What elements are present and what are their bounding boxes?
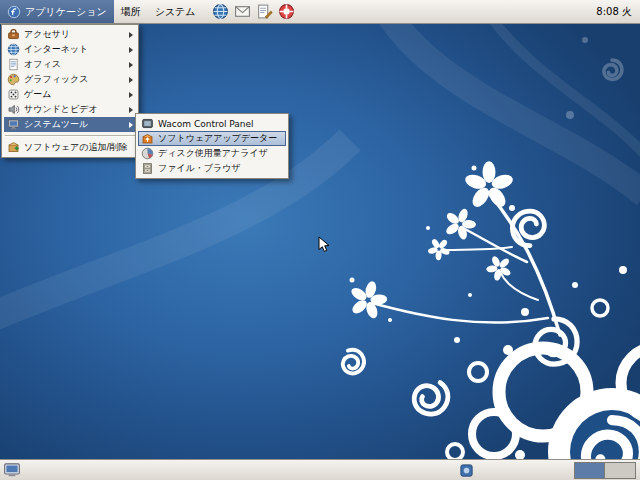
internet-icon — [7, 43, 20, 56]
sound-video-icon — [7, 103, 20, 116]
bottom-panel — [0, 459, 640, 480]
submenu-arrow-icon — [129, 92, 133, 98]
games-icon — [7, 88, 20, 101]
clock-applet[interactable]: 8:08 火 — [588, 0, 640, 23]
panel-launchers — [212, 0, 295, 23]
menu-item-label: アクセサリ — [24, 28, 70, 41]
clock-text: 8:08 火 — [596, 5, 632, 19]
menu-item-internet[interactable]: インターネット — [4, 42, 136, 57]
menu-item-label: インターネット — [24, 43, 88, 56]
panel-applet-icon[interactable] — [459, 463, 474, 478]
menu-item-label: サウンドとビデオ — [24, 103, 98, 116]
submenu-arrow-icon — [129, 47, 133, 53]
system-menu-label: システム — [155, 5, 196, 19]
show-desktop-icon[interactable] — [3, 461, 21, 479]
menu-item-label: ファイル・ブラウザ — [158, 162, 241, 175]
system-tools-submenu: Wacom Control Panel ソフトウェアアップデーター ディスク使用… — [135, 113, 289, 179]
menu-item-disk-usage-analyzer[interactable]: ディスク使用量アナライザ — [138, 146, 286, 161]
submenu-arrow-icon — [129, 122, 133, 128]
workspace-switcher[interactable] — [574, 462, 636, 479]
submenu-arrow-icon — [129, 107, 133, 113]
distro-logo-icon — [7, 5, 21, 19]
submenu-arrow-icon — [129, 62, 133, 68]
menu-item-office[interactable]: オフィス — [4, 57, 136, 72]
accessories-icon — [7, 28, 20, 41]
menu-item-graphics[interactable]: グラフィックス — [4, 72, 136, 87]
places-menu-button[interactable]: 場所 — [114, 0, 148, 23]
submenu-arrow-icon — [129, 32, 133, 38]
software-updater-icon — [141, 132, 154, 145]
applications-menu-button[interactable]: アプリケーション — [0, 0, 114, 23]
menu-item-file-browser[interactable]: ファイル・ブラウザ — [138, 161, 286, 176]
wacom-tablet-icon — [141, 117, 154, 130]
menu-item-system-tools[interactable]: システムツール — [4, 117, 136, 132]
applications-menu-label: アプリケーション — [25, 5, 107, 19]
help-icon[interactable] — [278, 3, 295, 20]
word-processor-icon[interactable] — [256, 3, 273, 20]
web-browser-icon[interactable] — [212, 3, 229, 20]
menu-item-label: ソフトウェアの追加/削除 — [24, 141, 128, 154]
email-icon[interactable] — [234, 3, 251, 20]
submenu-arrow-icon — [129, 77, 133, 83]
menu-item-games[interactable]: ゲーム — [4, 87, 136, 102]
system-tools-icon — [7, 118, 20, 131]
menu-item-label: ゲーム — [24, 88, 51, 101]
menu-item-label: Wacom Control Panel — [158, 119, 254, 129]
workspace-2[interactable] — [605, 463, 635, 478]
places-menu-label: 場所 — [121, 5, 141, 19]
top-panel: アプリケーション 場所 システム 8:08 火 — [0, 0, 640, 24]
menu-item-label: ディスク使用量アナライザ — [158, 147, 268, 160]
menu-item-accessories[interactable]: アクセサリ — [4, 27, 136, 42]
menu-item-label: システムツール — [24, 118, 88, 131]
menu-item-add-remove-software[interactable]: ソフトウェアの追加/削除 — [4, 140, 136, 155]
workspace-1[interactable] — [575, 463, 605, 478]
disk-usage-analyzer-icon — [141, 147, 154, 160]
menu-item-sound-video[interactable]: サウンドとビデオ — [4, 102, 136, 117]
menu-item-wacom-control-panel[interactable]: Wacom Control Panel — [138, 116, 286, 131]
menu-item-label: グラフィックス — [24, 73, 88, 86]
graphics-icon — [7, 73, 20, 86]
system-menu-button[interactable]: システム — [148, 0, 203, 23]
menu-item-label: ソフトウェアアップデーター — [158, 132, 277, 145]
file-browser-icon — [141, 162, 154, 175]
menu-item-label: オフィス — [24, 58, 61, 71]
applications-menu: アクセサリ インターネット オフィス グラフィックス ゲーム サウンドとビデオ … — [1, 24, 139, 158]
menu-separator — [5, 135, 135, 137]
office-icon — [7, 58, 20, 71]
menu-item-software-updater[interactable]: ソフトウェアアップデーター — [138, 131, 286, 146]
add-remove-software-icon — [7, 141, 20, 154]
